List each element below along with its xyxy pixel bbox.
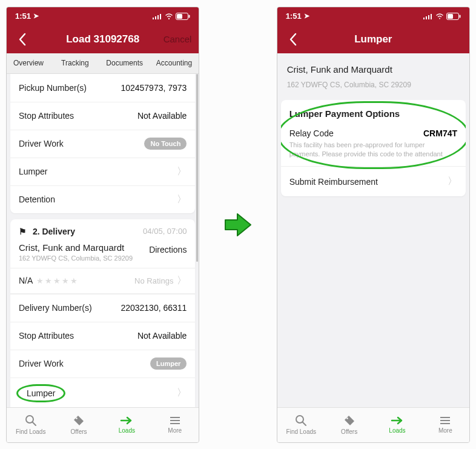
status-icons	[423, 13, 461, 20]
menu-icon	[169, 416, 181, 425]
status-time: 1:51	[286, 12, 302, 21]
bottom-nav: Find Loads Offers Loads More	[7, 407, 199, 442]
svg-point-22	[296, 416, 303, 423]
nav-more-label: More	[168, 427, 182, 434]
svg-rect-0	[153, 18, 154, 19]
svg-rect-14	[423, 18, 425, 19]
stop1-detention-row[interactable]: Detention 〉	[10, 185, 195, 213]
svg-rect-20	[460, 15, 461, 18]
nav-offers-label: Offers	[341, 428, 357, 435]
nav-more[interactable]: More	[421, 408, 469, 442]
chevron-right-icon: 〉	[177, 165, 187, 178]
phone-left: 1:51 ➤ Load 31092768 Cancel Overview Tra…	[6, 7, 199, 443]
rating-na: N/A	[19, 276, 33, 285]
cancel-button[interactable]: Cancel	[164, 25, 192, 53]
delivery-number-row: Delivery Number(s) 22032130, 66311	[10, 294, 195, 322]
svg-rect-7	[177, 14, 182, 19]
nav-loads[interactable]: Loads	[373, 408, 421, 442]
phone-right: 1:51 ➤ Lumper Crist, Funk and Marquardt …	[277, 7, 470, 443]
stop2-address: 162 YDWFQ CS, Columbia, SC 29209	[19, 254, 133, 262]
pickup-number-label: Pickup Number(s)	[19, 83, 87, 93]
stop1-detention-label: Detention	[19, 195, 55, 204]
relay-code-subtext: This facility has been pre-approved for …	[281, 139, 466, 167]
tab-overview[interactable]: Overview	[7, 53, 50, 73]
page-title: Lumper	[277, 33, 469, 45]
flag-icon: ⚑	[19, 227, 27, 236]
stop1-card: Pickup Number(s) 102457973, 7973 Stop At…	[10, 74, 195, 213]
battery-icon	[176, 13, 190, 20]
svg-point-18	[439, 18, 440, 19]
stop1-lumper-label: Lumper	[19, 167, 47, 176]
scroll-area[interactable]: Pickup Number(s) 102457973, 7973 Stop At…	[7, 74, 199, 407]
stop2-lumper-label: Lumper	[27, 388, 55, 398]
location-arrow-icon: ➤	[304, 12, 309, 20]
chevron-right-icon: 〉	[177, 387, 187, 399]
stop2-time: 04/05, 07:00	[143, 227, 187, 236]
svg-point-24	[346, 417, 348, 419]
tab-accounting[interactable]: Accounting	[150, 53, 199, 73]
lumper-highlight: Lumper	[16, 384, 65, 402]
arrow-right-icon	[391, 416, 404, 425]
tag-icon	[343, 414, 355, 427]
scrollbar-thumb[interactable]	[196, 74, 198, 262]
nav-find-loads[interactable]: Find Loads	[7, 408, 55, 442]
battery-icon	[446, 13, 461, 20]
tab-tracking[interactable]: Tracking	[50, 53, 100, 73]
delivery-number-label: Delivery Number(s)	[19, 303, 92, 313]
stop2-attr-value: Not Available	[137, 331, 187, 341]
submit-reimbursement-row[interactable]: Submit Reimbursement 〉	[281, 167, 466, 196]
tag-icon	[73, 414, 85, 427]
nav-loads[interactable]: Loads	[103, 408, 151, 442]
search-icon	[295, 414, 307, 427]
svg-rect-15	[426, 16, 427, 19]
svg-rect-6	[189, 15, 190, 18]
chevron-left-icon	[289, 33, 297, 46]
location-arrow-icon: ➤	[33, 12, 39, 20]
relay-code-label: Relay Code	[289, 128, 334, 138]
stop2-rating-row[interactable]: N/A ★★★★★ No Ratings 〉	[10, 268, 195, 294]
nav-offers[interactable]: Offers	[325, 408, 373, 442]
svg-point-10	[76, 417, 78, 419]
facility-address: 162 YDWFQ CS, Columbia, SC 29209	[287, 81, 460, 89]
svg-line-9	[33, 422, 36, 425]
chevron-right-icon: 〉	[177, 274, 187, 287]
stop1-attr-value: Not Available	[137, 111, 187, 121]
search-icon	[25, 414, 37, 427]
stop2-card: ⚑ 2. Delivery 04/05, 07:00 Crist, Funk a…	[10, 219, 195, 407]
lumper-badge: Lumper	[150, 358, 187, 370]
nav-find-loads-label: Find Loads	[286, 428, 316, 435]
signal-icon	[153, 13, 162, 19]
status-icons	[153, 13, 190, 20]
arrow-right-icon	[120, 416, 133, 425]
no-ratings-text: No Ratings	[134, 276, 173, 285]
stop1-lumper-row[interactable]: Lumper 〉	[10, 158, 195, 185]
tab-documents[interactable]: Documents	[100, 53, 150, 73]
nav-loads-label: Loads	[389, 427, 405, 434]
nav-offers[interactable]: Offers	[55, 408, 102, 442]
svg-rect-1	[155, 16, 156, 19]
nav-more[interactable]: More	[151, 408, 199, 442]
delivery-number-value: 22032130, 66311	[121, 303, 187, 313]
stars-icon: ★★★★★	[36, 276, 79, 285]
tabs: Overview Tracking Documents Accounting	[7, 53, 199, 74]
payment-options-card: Lumper Payment Options Relay Code CRM74T…	[281, 100, 466, 197]
pickup-number-value: 102457973, 7973	[121, 83, 187, 93]
relay-code-value: CRM74T	[423, 128, 457, 138]
nav-find-loads-label: Find Loads	[16, 428, 45, 435]
scroll-area[interactable]: Crist, Funk and Marquardt 162 YDWFQ CS, …	[277, 53, 469, 407]
status-time: 1:51	[15, 12, 31, 21]
nav-offers-label: Offers	[70, 428, 87, 435]
facility-info: Crist, Funk and Marquardt 162 YDWFQ CS, …	[277, 53, 469, 95]
status-bar: 1:51 ➤	[7, 7, 199, 25]
arrow-icon	[224, 211, 252, 238]
back-button[interactable]	[281, 25, 305, 53]
directions-link[interactable]: Directions	[149, 242, 187, 254]
nav-find-loads[interactable]: Find Loads	[277, 408, 325, 442]
chevron-right-icon: 〉	[448, 175, 457, 188]
back-button[interactable]	[10, 25, 35, 53]
submit-reimbursement-label: Submit Reimbursement	[289, 177, 378, 187]
stop2-lumper-row[interactable]: Lumper 〉	[10, 377, 195, 407]
wifi-icon	[165, 13, 173, 19]
stop1-driverwork-row: Driver Work No Touch	[10, 130, 195, 158]
header: Lumper	[277, 25, 469, 53]
